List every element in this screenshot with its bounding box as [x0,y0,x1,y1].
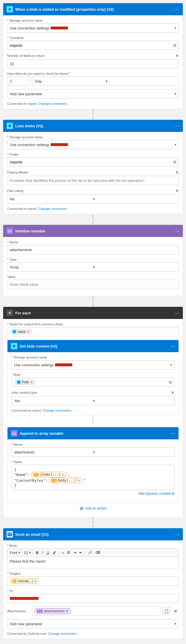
card-append-array: {x} Append to array variable ··· * Name … [7,427,179,503]
attachments-label: Attachments [7,609,30,613]
font-size-dropdown-arrow[interactable]: ▾ [29,551,31,555]
card-blob-trigger: When a blob is added or modified (proper… [3,3,183,109]
change-connection-2[interactable]: Change connection. [38,207,68,210]
attachments-calendar-btn[interactable]: 📋 [162,607,170,615]
card-header-for-each: For each ··· [3,307,183,319]
flat-listing-close[interactable]: ✕ [175,188,179,193]
append-name-value: attachments [14,450,93,454]
connection-info-email: Connected to Outlook.com. Change connect… [7,632,179,635]
for-each-menu[interactable]: ··· [175,310,179,316]
blob-trigger-body: * Storage account name Use connection se… [3,15,183,109]
email-body-content[interactable]: Please find the report [7,557,179,568]
folder-input[interactable]: ⧉ [7,157,179,167]
frequency-number-input[interactable] [7,76,30,86]
get-blob-menu[interactable]: ··· [171,343,175,349]
email-to-input[interactable] [7,594,179,603]
card-init-variable: {x} Initialize variable ··· * Name * Typ… [3,225,183,296]
container-input[interactable]: ⧉ [7,41,179,50]
attachments-input[interactable]: {x} attachements ✕ [32,606,160,616]
blob-count-label: Number of blobs to return [7,54,45,57]
folder-value[interactable] [10,160,172,164]
var-type-value: Array [10,265,93,269]
blob-count-input[interactable] [7,59,179,68]
flat-listing-dropdown[interactable]: No ▾ [7,194,179,204]
add-param-btn-1[interactable]: Add new parameter ▾ [7,89,179,98]
add-dynamic-content-btn[interactable]: Add dynamic content ⊞ [138,492,174,496]
var-type-dropdown[interactable]: Array ▾ [7,262,179,272]
send-email-icon [7,531,13,537]
link-btn[interactable]: 🔗 [87,550,93,555]
append-value-textarea[interactable]: { "Name": fx items(...) ✕ , [12,465,174,490]
value-tag-remove[interactable]: ✕ [27,330,30,334]
init-variable-menu[interactable]: ··· [175,228,179,234]
infer-content-value: Yes [14,399,93,403]
path-tag-icon [17,380,21,384]
send-email-menu[interactable]: ··· [175,531,179,537]
list-blobs-menu[interactable]: ··· [175,123,179,129]
items-tag-remove[interactable]: ✕ [62,473,64,477]
add-param-btn-email[interactable]: Add new parameter ▾ [7,619,179,628]
attachments-tag-remove[interactable]: ✕ [66,609,69,613]
storage-dropdown-arrow[interactable]: ▾ [174,26,176,30]
blob-copy-icon[interactable]: ⧉ [169,380,172,385]
select-output-input[interactable]: value ✕ [7,327,179,336]
var-name-value[interactable] [10,248,176,252]
infer-content-close[interactable]: ✕ [171,390,174,395]
json-name-comma: , [68,473,70,477]
indent-btn[interactable]: ⇥ [72,550,77,555]
container-value[interactable] [10,43,172,48]
storage-dropdown-arrow-3[interactable]: ▾ [170,363,172,367]
var-value-label: Value [7,275,179,279]
var-value-input[interactable] [7,280,179,289]
card-header-get-blob: Get blob content (V2) ··· [7,340,179,352]
body-tag-remove[interactable]: ✕ [78,479,80,482]
change-connection-email[interactable]: Change connection. [48,632,78,635]
blob-count-value[interactable] [10,62,176,66]
change-connection-3[interactable]: Change connection. [43,409,72,412]
attachments-close-btn[interactable]: ✕ [172,608,179,615]
blob-count-close[interactable]: ✕ [175,53,179,58]
storage-account-input-3[interactable]: Use connection settings ▾ [12,360,174,369]
var-value-placeholder[interactable] [10,282,176,287]
container-label: * Container [7,36,179,40]
storage-account-input[interactable]: Use connection settings ▾ [7,23,179,33]
infer-content-dropdown[interactable]: Yes ▾ [12,396,174,405]
font-dropdown-arrow[interactable]: ▾ [18,551,20,555]
clear-btn[interactable]: ⌫ [94,550,101,555]
storage-dropdown-arrow-2[interactable]: ▾ [174,143,176,147]
arrow-head-1: ↓ [92,115,94,120]
redacted-value [51,27,68,29]
folder-copy-icon[interactable]: ⧉ [173,160,176,165]
change-connection-1[interactable]: Change connection. [38,102,68,105]
outdent-btn[interactable]: ⇤ [78,550,83,555]
ol-btn[interactable]: ☰ [66,550,71,555]
underline-btn[interactable]: U [45,550,50,555]
concat-tag-remove[interactable]: ✕ [34,579,37,583]
copy-icon[interactable]: ⧉ [173,43,176,48]
append-name-dropdown[interactable]: attachments ▾ [12,447,174,457]
path-tag-remove[interactable]: ✕ [30,380,33,384]
arrow-line-2 [93,214,93,220]
json-line-4: } [14,483,172,488]
bold-btn[interactable]: B [35,550,39,555]
frequency-unit-dropdown[interactable]: Day ▾ [33,76,179,86]
storage-account-field: * Storage account name Use connection se… [7,19,179,33]
connection-settings-text-2: Use connection settings [10,143,50,147]
paging-marker-input[interactable] [7,176,179,185]
var-name-input[interactable] [7,245,179,254]
paging-marker-value[interactable] [10,178,176,183]
email-to-redacted [10,597,39,600]
blob-trigger-menu[interactable]: ··· [175,6,179,12]
paging-marker-close[interactable]: ✕ [175,170,179,175]
append-name-arrow: ▾ [93,450,172,454]
email-subject-input[interactable]: fx concat(...) ✕ [7,576,179,586]
concat-fx-icon: fx [12,580,16,583]
color-btn[interactable]: 🖊 [52,550,57,555]
for-each-add-action[interactable]: ⊕ Add an action [7,503,179,514]
ul-btn[interactable]: ≡ [61,550,65,555]
blob-input[interactable]: Path ✕ ⧉ [12,378,174,387]
blob-count-field: Number of blobs to return ✕ [7,53,179,68]
italic-btn[interactable]: I [41,550,44,555]
storage-account-input-2[interactable]: Use connection settings ▾ [7,140,179,149]
append-array-menu[interactable]: ··· [171,430,175,436]
